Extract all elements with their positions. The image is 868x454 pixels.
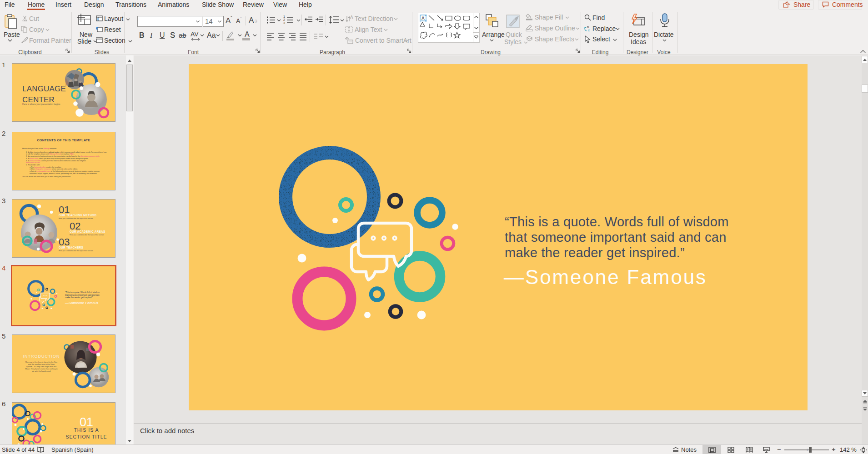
svg-text:OUR ACADEMIC AREAS: OUR ACADEMIC AREAS <box>70 230 105 233</box>
svg-text:“This is a quote. Words full o: “This is a quote. Words full of wisdom <box>65 291 100 294</box>
svg-text:THIS IS A: THIS IS A <box>74 427 99 433</box>
svg-text:that someone important said an: that someone important said and can <box>65 294 100 296</box>
svg-text:make the reader get inspired.”: make the reader get inspired.” <box>65 296 93 299</box>
svg-text:Here you could describe the to: Here you could describe the topic of the… <box>59 218 93 220</box>
svg-text:INTRODUCTION: INTRODUCTION <box>23 354 60 359</box>
svg-text:Here is where your presentatio: Here is where your presentation begins <box>22 103 60 105</box>
svg-text:A: A <box>350 15 353 20</box>
svg-text:OUR TEACHERS: OUR TEACHERS <box>59 246 83 249</box>
svg-text:OUR TEACHING METHOD: OUR TEACHING METHOD <box>59 214 97 217</box>
svg-text:A: A <box>421 16 425 21</box>
svg-text:LANGUAGE: LANGUAGE <box>22 85 66 93</box>
svg-text:—Someone Famous: —Someone Famous <box>65 301 98 305</box>
svg-text:Here you could describe the to: Here you could describe the topic of the… <box>59 250 93 252</box>
svg-text:do with the liquid metal: do with the liquid metal <box>32 370 51 372</box>
svg-text:SECTION TITLE: SECTION TITLE <box>66 434 107 439</box>
svg-text:c: c <box>588 28 590 32</box>
svg-text:Here you could describe the to: Here you could describe the topic of the… <box>70 234 104 236</box>
